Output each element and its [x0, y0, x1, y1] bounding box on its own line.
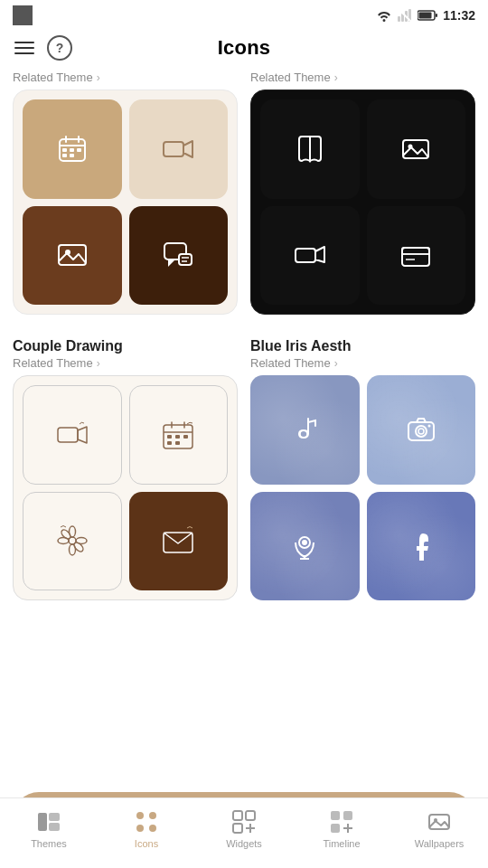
themes-grid: Related Theme › — [13, 71, 475, 315]
svg-rect-19 — [59, 245, 86, 265]
svg-rect-76 — [343, 811, 352, 820]
icon-cell-camera[interactable] — [367, 375, 476, 485]
signal-icon — [398, 9, 412, 22]
svg-point-50 — [60, 529, 71, 541]
svg-rect-70 — [233, 811, 242, 820]
help-button[interactable]: ? — [47, 35, 72, 61]
svg-rect-30 — [402, 248, 429, 266]
svg-point-67 — [149, 812, 156, 819]
theme-col-right-1: Related Theme › — [250, 71, 475, 315]
wallet-icon — [399, 238, 433, 272]
svg-marker-35 — [78, 427, 87, 443]
theme-col-right-2: Blue Iris Aesth Related Theme › — [250, 329, 475, 600]
icon-cell-calendar[interactable] — [23, 99, 122, 199]
svg-marker-29 — [315, 247, 324, 262]
icons-nav-icon — [134, 809, 159, 835]
svg-point-55 — [416, 426, 427, 437]
svg-rect-40 — [167, 435, 172, 439]
related-theme-label-1: Related Theme — [13, 71, 93, 84]
svg-point-56 — [418, 429, 424, 434]
svg-rect-63 — [38, 813, 47, 831]
themes-nav-label: Themes — [31, 838, 67, 849]
icon-grid-card-1 — [13, 90, 238, 315]
wifi-icon — [376, 9, 392, 22]
icon-cell-mail-brown[interactable] — [129, 492, 229, 591]
svg-rect-22 — [179, 254, 192, 265]
theme-name-couple: Couple Drawing — [13, 338, 238, 354]
svg-rect-64 — [49, 813, 60, 821]
timeline-nav-icon — [329, 809, 354, 835]
svg-rect-43 — [167, 441, 172, 445]
svg-rect-34 — [58, 428, 78, 442]
icon-cell-video-sketch[interactable] — [23, 385, 122, 485]
related-theme-link-2[interactable]: Related Theme › — [250, 71, 475, 84]
svg-rect-75 — [331, 811, 340, 820]
svg-rect-41 — [175, 435, 180, 439]
icons-nav-label: Icons — [135, 838, 158, 849]
battery-icon — [418, 10, 437, 21]
page-title: Icons — [218, 36, 270, 60]
svg-point-57 — [427, 425, 430, 428]
icon-cell-music[interactable] — [250, 375, 360, 485]
icon-cell-flower-sketch[interactable] — [23, 492, 122, 591]
mail-icon — [160, 523, 196, 559]
svg-rect-13 — [70, 148, 74, 152]
widgets-nav-label: Widgets — [226, 838, 262, 849]
menu-button[interactable] — [14, 42, 34, 54]
svg-rect-77 — [331, 824, 340, 833]
chevron-icon-3: › — [97, 357, 100, 370]
svg-rect-17 — [164, 142, 183, 156]
svg-rect-65 — [49, 823, 60, 831]
icon-cell-chat[interactable] — [129, 206, 229, 306]
theme-col-left-1: Related Theme › — [13, 71, 238, 315]
svg-rect-7 — [436, 14, 437, 17]
svg-marker-18 — [183, 141, 192, 157]
nav-item-widgets[interactable]: Widgets — [195, 809, 293, 849]
podcast-icon — [288, 530, 321, 562]
themes-grid-2: Couple Drawing Related Theme › — [13, 329, 475, 600]
nav-item-themes[interactable]: Themes — [0, 809, 98, 849]
nav-item-wallpapers[interactable]: Wallpapers — [390, 809, 488, 849]
chevron-icon-2: › — [334, 71, 338, 84]
nav-item-icons[interactable]: Icons — [98, 809, 195, 849]
icon-cell-image-dark[interactable] — [367, 99, 466, 199]
icon-cell-facebook[interactable] — [367, 492, 476, 601]
status-bar-right: 11:32 — [376, 8, 475, 23]
wallpapers-nav-icon — [427, 809, 452, 835]
icon-cell-calendar-sketch[interactable] — [129, 385, 229, 485]
nav-item-timeline[interactable]: Timeline — [293, 809, 390, 849]
image-icon — [399, 132, 433, 166]
icon-cell-wallet[interactable] — [367, 206, 466, 306]
svg-point-53 — [300, 430, 307, 438]
related-theme-link-1[interactable]: Related Theme › — [13, 71, 238, 84]
widgets-nav-icon — [231, 809, 257, 835]
svg-rect-12 — [62, 148, 67, 152]
svg-rect-26 — [403, 140, 428, 158]
video-dark-icon — [293, 238, 327, 272]
flower-sketch-icon — [54, 523, 90, 559]
app-header: ? Icons — [0, 29, 488, 67]
wallpapers-nav-label: Wallpapers — [415, 838, 465, 849]
icon-cell-podcast[interactable] — [250, 492, 360, 601]
calendar-icon — [55, 132, 89, 166]
chevron-icon-4: › — [334, 357, 338, 370]
icon-cell-photo[interactable] — [23, 206, 122, 306]
video-icon — [161, 132, 195, 166]
related-theme-link-3[interactable]: Related Theme › — [13, 356, 238, 370]
clock: 11:32 — [443, 8, 475, 23]
timeline-nav-label: Timeline — [323, 838, 360, 849]
chat-icon — [161, 238, 195, 272]
icon-cell-video-dark[interactable] — [260, 206, 360, 306]
photo-icon — [55, 238, 89, 272]
related-theme-link-4[interactable]: Related Theme › — [250, 356, 475, 370]
icon-cell-video[interactable] — [129, 99, 229, 199]
svg-point-69 — [149, 825, 156, 832]
camera-icon — [405, 413, 437, 446]
svg-rect-14 — [77, 148, 81, 152]
theme-name-blue: Blue Iris Aesth — [250, 338, 475, 354]
icon-grid-card-4 — [250, 375, 475, 600]
icon-cell-book[interactable] — [260, 99, 360, 199]
svg-rect-71 — [246, 811, 255, 820]
status-bar-left — [13, 5, 33, 25]
calendar-sketch-icon — [160, 417, 196, 453]
